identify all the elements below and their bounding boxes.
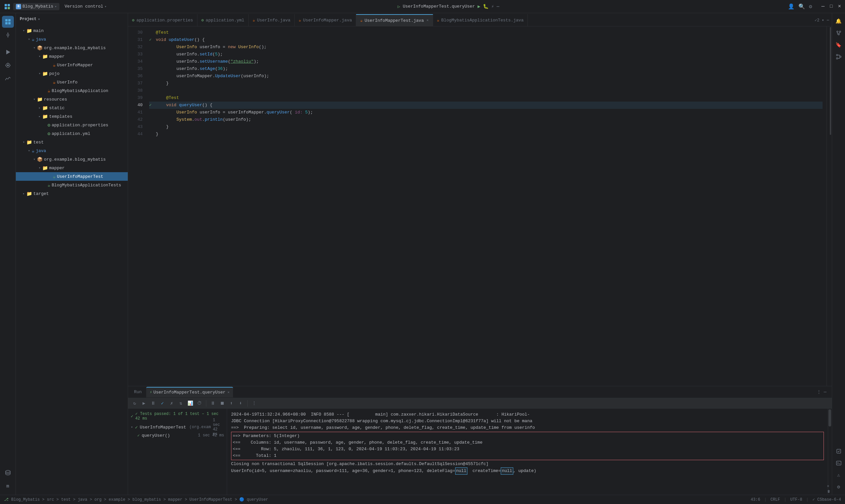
tree-item-pojo[interactable]: 📁 pojo: [16, 69, 128, 78]
tree-item-blogtests[interactable]: ☕ BlogMybatisApplicationTests: [16, 181, 128, 189]
tab-userinfo-java[interactable]: ☕ UserInfo.java: [249, 14, 295, 26]
line-30: 30: [128, 29, 143, 36]
scroll-lines-icon[interactable]: ≡: [827, 485, 830, 488]
notifications-icon[interactable]: 🔔: [833, 16, 844, 26]
profile-icon[interactable]: 👤: [788, 3, 794, 10]
bottom-minimize-icon[interactable]: ─: [824, 390, 827, 395]
tab-blogmybatisapp-java[interactable]: ☕ BlogMybatisApplicationTests.java: [433, 14, 528, 26]
bookmarks-icon[interactable]: 🔖: [833, 40, 844, 50]
close-btn[interactable]: ×: [838, 4, 841, 10]
tree-item-test[interactable]: 📁 test: [16, 138, 128, 146]
folder-icon-target: 📁: [27, 191, 32, 197]
console-highlight-box: ==> Parameters: 5(Integer) <== Columns: …: [231, 432, 824, 460]
tree-item-package[interactable]: 📦 org.example.blog_mybatis: [16, 43, 128, 52]
tree-item-userinfomappertest[interactable]: ☕ UserInfoMapperTest: [16, 172, 128, 181]
tree-item-main-java[interactable]: ☕ java: [16, 35, 128, 43]
project-panel-header: Project: [16, 13, 128, 25]
tree-item-test-java[interactable]: ☕ java: [16, 146, 128, 155]
suspend-btn[interactable]: ⏸: [149, 399, 157, 407]
close-tab-userinfomappertest[interactable]: ×: [426, 18, 429, 22]
code-editor[interactable]: 30 31 32 33 34 35 36 37 38 39 40 41 42 4…: [128, 26, 832, 386]
search-icon[interactable]: 🔍: [798, 3, 805, 10]
test-icon-userinfomappertest: ☕: [53, 174, 55, 179]
settings-side-icon[interactable]: ⚙: [833, 482, 844, 492]
structure-icon[interactable]: [833, 52, 844, 62]
tree-item-test-mapper[interactable]: 📁 mapper: [16, 164, 128, 172]
version-control-btn[interactable]: Version control: [62, 3, 109, 10]
project-tree[interactable]: 📁 main ☕ java 📦 org.example.blog_mybatis: [16, 25, 128, 495]
tabs-more-icon[interactable]: ⋯: [827, 18, 829, 23]
coverage-btn[interactable]: 📊: [186, 399, 194, 407]
code-content[interactable]: @Test ✓ void updateUser() { UserInfo use…: [145, 26, 827, 386]
commit-icon[interactable]: [2, 29, 14, 41]
tab-userinfomappertest-java[interactable]: ☕ UserInfoMapperTest.java ×: [356, 14, 433, 26]
encoding-indicator[interactable]: UTF-8: [790, 498, 802, 502]
tree-item-main[interactable]: 📁 main: [16, 26, 128, 35]
project-name-btn[interactable]: B Blog_Mybatis: [13, 3, 59, 10]
test-case-queryuser[interactable]: ✓ queryUser() 1 sec 42 ms: [131, 431, 224, 439]
problems-icon[interactable]: ⚠: [833, 470, 844, 480]
maximize-btn[interactable]: □: [830, 4, 832, 10]
svg-rect-2: [5, 7, 7, 9]
tree-item-blogapp[interactable]: ☕ BlogMybatisApplication: [16, 86, 128, 95]
git-icon[interactable]: [833, 28, 844, 38]
tree-item-appyml[interactable]: ⚙ application.yml: [16, 129, 128, 138]
console-scrollbar[interactable]: ≡ 🗑: [828, 409, 832, 495]
folder-icon-resources: 📁: [37, 97, 42, 102]
line-ending-indicator[interactable]: CRLF: [770, 498, 780, 502]
profiler-icon[interactable]: [2, 73, 14, 85]
tab-application-properties[interactable]: ⚙ application.properties: [128, 14, 197, 26]
tree-item-appprops[interactable]: ⚙ application.properties: [16, 121, 128, 129]
tree-item-target[interactable]: 📁 target: [16, 189, 128, 198]
title-bar-left: B Blog_Mybatis Version control: [4, 3, 109, 10]
project-panel-dropdown[interactable]: [38, 17, 40, 22]
fail-filter-btn[interactable]: ✗: [168, 399, 176, 407]
svg-rect-1: [7, 4, 10, 6]
settings-icon[interactable]: ⚙: [809, 3, 812, 10]
pass-filter-btn[interactable]: ✓: [158, 399, 166, 407]
database-icon[interactable]: [2, 467, 14, 479]
test-suite-header[interactable]: ✓ UserInfoMapperTest (org.exam 1 sec 42 …: [131, 423, 224, 431]
bottom-toolbar: ↻ ▶ ⏸ ✓ ✗ ⇅ 📊 ⏱ ⏸ ⏹ ⬆ ⬇ ⋮: [128, 398, 832, 409]
project-view-icon[interactable]: [2, 16, 14, 28]
tree-item-static[interactable]: 📁 static: [16, 104, 128, 112]
editor-scrollbar[interactable]: [827, 26, 832, 386]
restart-btn[interactable]: ↻: [131, 399, 139, 407]
bottom-content: ✓ ✓ Tests passed: 1 of 1 test – 1 sec 42…: [128, 409, 832, 495]
tree-item-userinfomapper[interactable]: ☕ UserInfoMapper: [16, 61, 128, 69]
rerun-btn[interactable]: ▶: [140, 399, 148, 407]
tabs-overflow[interactable]: ✓2 ▾ ⋯: [812, 14, 832, 26]
tree-item-resources[interactable]: 📁 resources: [16, 95, 128, 104]
sort-btn[interactable]: ⇅: [177, 399, 185, 407]
bottom-tab-queryuser[interactable]: ⚡ UserInfoMapperTest.queryUser ×: [146, 387, 233, 397]
tree-item-mapper[interactable]: 📁 mapper: [16, 52, 128, 61]
minimize-btn[interactable]: ─: [821, 4, 825, 10]
close-bottom-tab[interactable]: ×: [227, 391, 230, 395]
line-numbers: 30 31 32 33 34 35 36 37 38 39 40 41 42 4…: [128, 26, 145, 386]
tree-item-userinfo[interactable]: ☕ UserInfo: [16, 78, 128, 86]
pause-btn[interactable]: ⏸: [209, 399, 217, 407]
run-icon[interactable]: [2, 46, 14, 58]
terminal-icon[interactable]: [833, 458, 844, 468]
bottom-more-icon[interactable]: ⋮: [816, 389, 821, 395]
tab-userinfomapper-java[interactable]: ☕ UserInfoMapper.java: [295, 14, 356, 26]
tree-item-test-package[interactable]: 📦 org.example.blog_mybatis: [16, 155, 128, 164]
gutter-40: ✓: [149, 102, 156, 109]
tab-application-yml[interactable]: ⚙ application.yml: [197, 14, 249, 26]
clear-console-icon[interactable]: 🗑: [827, 489, 830, 493]
more-actions-btn[interactable]: ⋮: [250, 399, 258, 407]
debug-icon[interactable]: [2, 59, 14, 71]
status-bar-right: 43:6 | CRLF | UTF-8 | ✓ CSbase-6-4: [751, 497, 841, 502]
stop-btn[interactable]: ⏹: [218, 399, 226, 407]
position-indicator[interactable]: 43:6: [751, 498, 760, 502]
tree-item-templates[interactable]: 📁 templates: [16, 112, 128, 121]
import-btn[interactable]: ⬇: [237, 399, 245, 407]
bottom-tab-run[interactable]: Run: [131, 387, 145, 397]
export-btn[interactable]: ⬆: [227, 399, 235, 407]
stopwatch-btn[interactable]: ⏱: [195, 399, 203, 407]
todo-icon[interactable]: [833, 446, 844, 456]
indent-indicator[interactable]: ✓ CSbase-6-4: [813, 497, 841, 502]
status-sep-1: |: [764, 498, 767, 502]
maven-icon[interactable]: m: [2, 480, 14, 492]
console-output[interactable]: 2024-04-19T11:32:24.966+08:00 INFO 8588 …: [227, 409, 828, 495]
